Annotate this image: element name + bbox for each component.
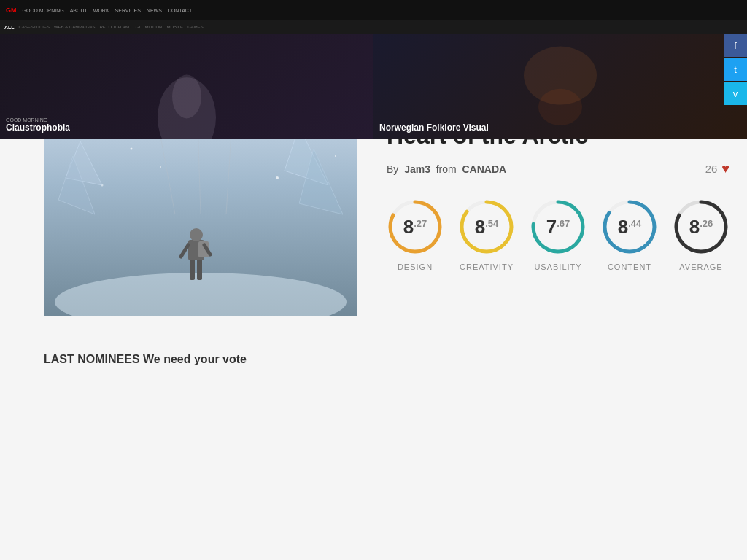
- score-small: .54: [485, 218, 498, 229]
- svg-point-19: [190, 228, 203, 241]
- score-item-content: 8.44 CONTENT: [601, 198, 658, 271]
- svg-rect-16: [197, 258, 202, 280]
- score-label: CREATIVITY: [460, 262, 514, 271]
- twitter-share-button[interactable]: t: [724, 58, 747, 81]
- svg-point-9: [276, 176, 279, 179]
- score-circle: 8.54: [458, 198, 515, 255]
- gm-right-panel: Norwegian Folklore Visual: [374, 34, 747, 139]
- main-content: Monday 20, January Heart of the Arctic B…: [0, 76, 747, 402]
- score-big: 7: [546, 216, 557, 238]
- score-big: 8: [618, 216, 628, 238]
- score-value: 8.54: [475, 216, 499, 238]
- score-big: 8: [475, 216, 485, 238]
- score-label: USABILITY: [534, 262, 581, 271]
- gm-hero: GOOD MORNING Claustrophobia Norwegian Fo…: [0, 34, 747, 139]
- gm-caption-right: Norwegian Folklore Visual: [379, 122, 489, 133]
- svg-rect-15: [190, 258, 195, 280]
- nominees-title: LAST NOMINEES We need your vote: [44, 353, 703, 366]
- gm-caption-left: GOOD MORNING Claustrophobia: [6, 117, 70, 133]
- gm-filter-bar: ALL CASESTUDIES WEB & CAMPAIGNS RETOUCH …: [0, 20, 747, 34]
- score-big: 8: [689, 216, 700, 238]
- score-circle: 8.44: [601, 198, 658, 255]
- score-item-design: 8.27 DESIGN: [387, 198, 444, 271]
- scores-container: 8.27 DESIGN 8.54 CREATIVITY: [387, 198, 729, 271]
- score-value: 8.44: [618, 216, 642, 238]
- score-item-usability: 7.67 USABILITY: [530, 198, 587, 271]
- score-small: .26: [700, 218, 713, 229]
- score-big: 8: [403, 216, 414, 238]
- nominees-section: LAST NOMINEES We need your vote Folks AB…: [44, 353, 703, 381]
- likes-count[interactable]: 26 ♥: [705, 161, 729, 176]
- score-label: CONTENT: [608, 262, 651, 271]
- svg-point-6: [335, 155, 336, 157]
- svg-point-44: [538, 89, 582, 125]
- score-value: 7.67: [546, 216, 570, 238]
- score-value: 8.26: [689, 216, 713, 238]
- facebook-share-button[interactable]: f: [724, 34, 747, 57]
- score-item-average: 8.26 AVERAGE: [673, 198, 729, 271]
- score-small: .27: [414, 218, 427, 229]
- goodmorning-nav: GM GOOD MORNING ABOUT WORK SERVICES NEWS…: [0, 0, 747, 20]
- svg-point-2: [131, 148, 133, 150]
- svg-point-42: [172, 74, 201, 118]
- score-small: .44: [628, 218, 641, 229]
- vimeo-share-button[interactable]: v: [724, 82, 747, 105]
- score-item-creativity: 8.54 CREATIVITY: [458, 198, 515, 271]
- svg-point-8: [160, 166, 161, 168]
- score-label: AVERAGE: [679, 262, 722, 271]
- score-label: DESIGN: [398, 262, 433, 271]
- nominee-goodmorning[interactable]: GM GOOD MORNING ABOUT WORK SERVICES NEWS…: [0, 0, 747, 139]
- score-small: .67: [557, 218, 570, 229]
- social-sidebar: f t v: [724, 34, 747, 105]
- gm-left-panel: GOOD MORNING Claustrophobia: [0, 34, 374, 139]
- author-text: By Jam3 from CANADA: [387, 163, 506, 175]
- score-circle: 7.67: [530, 198, 587, 255]
- score-circle: 8.26: [673, 198, 729, 255]
- feature-author: By Jam3 from CANADA 26 ♥: [387, 161, 729, 176]
- score-circle: 8.27: [387, 198, 444, 255]
- score-value: 8.27: [403, 216, 427, 238]
- heart-icon: ♥: [721, 161, 729, 176]
